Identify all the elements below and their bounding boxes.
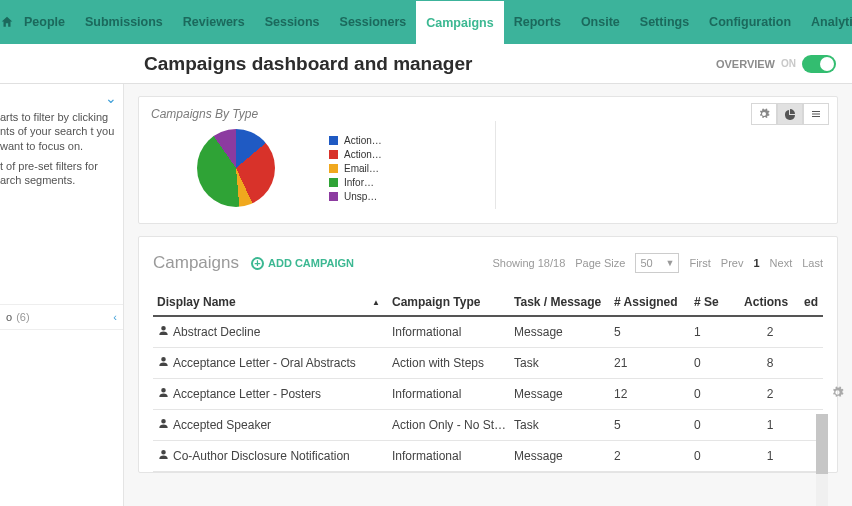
pie-chart-icon[interactable] (777, 103, 803, 125)
col-ed-partial[interactable]: ed (800, 289, 823, 316)
table-pager: Showing 18/18 Page Size 50▼ First Prev 1… (493, 253, 824, 273)
person-icon (157, 418, 169, 432)
pager-next[interactable]: Next (770, 257, 793, 269)
list-icon[interactable] (803, 103, 829, 125)
filter-name: o (6, 311, 12, 323)
legend-item[interactable]: Infor… (329, 175, 382, 189)
legend-item[interactable]: Email… (329, 161, 382, 175)
add-campaign-button[interactable]: + ADD CAMPAIGN (251, 257, 354, 270)
page-title: Campaigns dashboard and manager (144, 53, 472, 75)
pager-first[interactable]: First (689, 257, 710, 269)
nav-onsite[interactable]: Onsite (571, 0, 630, 44)
chevron-left-icon: ‹ (113, 311, 117, 323)
nav-campaigns[interactable]: Campaigns (416, 0, 503, 44)
chart-title: Campaigns By Type (151, 107, 825, 121)
chart-toolbar (751, 103, 829, 125)
chart-legend: Action… Action… Email… Infor… Unsp… (329, 133, 382, 203)
campaigns-table-card: Campaigns + ADD CAMPAIGN Showing 18/18 P… (138, 236, 838, 473)
col-display-name[interactable]: Display Name (153, 289, 388, 316)
gear-icon[interactable] (751, 103, 777, 125)
col-sent-partial[interactable]: # Se (690, 289, 740, 316)
home-icon[interactable] (0, 0, 14, 44)
table-row[interactable]: Accepted SpeakerAction Only - No St…Task… (153, 410, 823, 441)
col-actions[interactable]: Actions (740, 289, 800, 316)
overview-toggle[interactable] (802, 55, 836, 73)
table-row[interactable]: Co-Author Disclosure NotificationInforma… (153, 441, 823, 472)
person-icon (157, 449, 169, 463)
showing-label: Showing 18/18 (493, 257, 566, 269)
chart-card: Campaigns By Type Action… Action… Email…… (138, 96, 838, 224)
legend-swatch (329, 136, 338, 145)
pager-last[interactable]: Last (802, 257, 823, 269)
col-assigned[interactable]: # Assigned (610, 289, 690, 316)
saved-filter-row[interactable]: o (6) ‹ (0, 304, 123, 330)
page-size-label: Page Size (575, 257, 625, 269)
campaigns-table: Display Name Campaign Type Task / Messag… (153, 289, 823, 472)
legend-item[interactable]: Action… (329, 133, 382, 147)
legend-item[interactable]: Unsp… (329, 189, 382, 203)
main-area: ⌄ arts to filter by clicking nts of your… (0, 84, 852, 506)
content-area: Campaigns By Type Action… Action… Email…… (124, 84, 852, 506)
legend-swatch (329, 150, 338, 159)
nav-sessioners[interactable]: Sessioners (330, 0, 417, 44)
person-icon (157, 387, 169, 401)
top-nav: People Submissions Reviewers Sessions Se… (0, 0, 852, 44)
legend-item[interactable]: Action… (329, 147, 382, 161)
legend-swatch (329, 178, 338, 187)
filter-count: (6) (16, 311, 29, 323)
title-bar: Campaigns dashboard and manager OVERVIEW… (0, 44, 852, 84)
plus-icon: + (251, 257, 264, 270)
filter-sidebar: ⌄ arts to filter by clicking nts of your… (0, 84, 124, 506)
pager-current: 1 (753, 257, 759, 269)
page-size-select[interactable]: 50▼ (635, 253, 679, 273)
pie-chart[interactable] (197, 129, 275, 207)
table-heading: Campaigns (153, 253, 239, 273)
nav-configuration[interactable]: Configuration (699, 0, 801, 44)
nav-people[interactable]: People (14, 0, 75, 44)
table-row[interactable]: Acceptance Letter - PostersInformational… (153, 379, 823, 410)
chart-divider (495, 121, 496, 209)
overview-state: ON (781, 58, 796, 69)
sidebar-collapse-icon[interactable]: ⌄ (105, 90, 117, 106)
table-settings-icon[interactable] (831, 386, 844, 402)
col-campaign-type[interactable]: Campaign Type (388, 289, 510, 316)
nav-submissions[interactable]: Submissions (75, 0, 173, 44)
person-icon (157, 356, 169, 370)
legend-swatch (329, 192, 338, 201)
table-row[interactable]: Acceptance Letter - Oral AbstractsAction… (153, 348, 823, 379)
nav-reviewers[interactable]: Reviewers (173, 0, 255, 44)
nav-sessions[interactable]: Sessions (255, 0, 330, 44)
nav-analytics[interactable]: Analytics (801, 0, 852, 44)
nav-reports[interactable]: Reports (504, 0, 571, 44)
table-row[interactable]: Abstract DeclineInformationalMessage512 (153, 316, 823, 348)
pager-prev[interactable]: Prev (721, 257, 744, 269)
col-task-message[interactable]: Task / Message (510, 289, 610, 316)
overview-label: OVERVIEW (716, 58, 775, 70)
person-icon (157, 325, 169, 339)
legend-swatch (329, 164, 338, 173)
table-scrollbar[interactable] (816, 414, 828, 506)
nav-settings[interactable]: Settings (630, 0, 699, 44)
